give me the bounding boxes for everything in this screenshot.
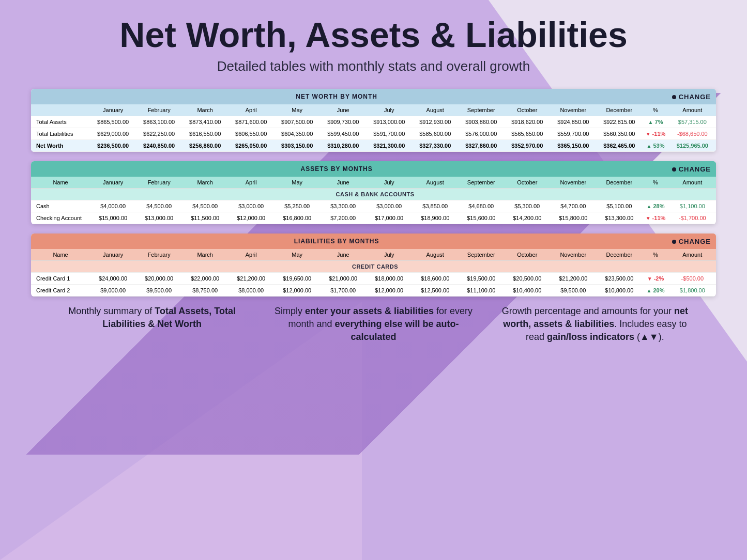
- assets-row-checking: Checking Account $15,000.00 $13,000.00 $…: [31, 212, 716, 224]
- assets-change-dot: [672, 167, 676, 172]
- assets-cash-feb: $4,500.00: [136, 200, 182, 212]
- liabilities-change-text: CHANGE: [679, 238, 711, 245]
- networth-col-feb: February: [136, 104, 182, 116]
- page-title: Net Worth, Assets & Liabilities: [31, 15, 716, 54]
- liabilities-cc2-jan: $9,000.00: [90, 284, 136, 296]
- liabilities-subheader-row: CREDIT CARDS: [31, 260, 716, 272]
- networth-networth-apr: $265,050.00: [228, 139, 274, 151]
- assets-col-jul: July: [366, 177, 412, 189]
- annotation-2-bold2: everything else will be auto-calculated: [334, 319, 459, 342]
- annotation-1-plain: Monthly summary of: [68, 306, 155, 316]
- networth-col-mar: March: [182, 104, 228, 116]
- networth-change-label: CHANGE: [672, 93, 711, 101]
- liabilities-cc1-jan: $24,000.00: [90, 272, 136, 284]
- assets-cash-oct: $5,300.00: [504, 200, 550, 212]
- liabilities-col-jun: June: [320, 249, 366, 261]
- liabilities-col-apr: April: [228, 249, 274, 261]
- networth-table: NET WORTH BY MONTH January February Marc…: [31, 89, 716, 152]
- networth-assets-feb: $863,100.00: [136, 116, 182, 128]
- networth-col-sep: September: [458, 104, 504, 116]
- networth-change-text: CHANGE: [679, 93, 711, 101]
- assets-checking-may: $16,800.00: [274, 212, 320, 224]
- liabilities-cc1-pct: ▼ -2%: [642, 272, 668, 284]
- assets-cash-sep: $4,680.00: [458, 200, 504, 212]
- networth-assets-oct: $918,620.00: [504, 116, 550, 128]
- assets-cash-nov: $4,700.00: [550, 200, 596, 212]
- annotation-3-bold2: gain/loss indicators: [547, 332, 634, 342]
- networth-networth-jun: $310,280.00: [320, 139, 366, 151]
- networth-networth-may: $303,150.00: [274, 139, 320, 151]
- liabilities-cc1-oct: $20,500.00: [504, 272, 550, 284]
- networth-col-nov: November: [550, 104, 596, 116]
- assets-change-label: CHANGE: [672, 165, 711, 173]
- tables-area: CHANGE NET WORTH BY MONTH January Februa…: [31, 89, 716, 297]
- liabilities-col-name: Name: [31, 249, 90, 261]
- page-content: Net Worth, Assets & Liabilities Detailed…: [0, 0, 747, 354]
- assets-col-jun: June: [320, 177, 366, 189]
- assets-checking-amt: -$1,700.00: [669, 212, 716, 224]
- assets-subheader-label: CASH & BANK ACCOUNTS: [31, 188, 716, 200]
- networth-networth-sep: $327,860.00: [458, 139, 504, 151]
- annotation-2-plain: Simply: [275, 306, 305, 316]
- assets-table-header: ASSETS BY MONTHS: [31, 161, 642, 177]
- page-subtitle: Detailed tables with monthly stats and o…: [31, 58, 716, 74]
- networth-assets-apr: $871,600.00: [228, 116, 274, 128]
- assets-cash-dec: $5,100.00: [596, 200, 642, 212]
- networth-assets-pct: ▲ 7%: [642, 116, 668, 128]
- assets-cash-pct: ▲ 28%: [642, 200, 668, 212]
- liabilities-cc1-may: $19,650.00: [274, 272, 320, 284]
- networth-liabilities-feb: $622,250.00: [136, 128, 182, 139]
- networth-assets-amt: $57,315.00: [669, 116, 716, 128]
- assets-cash-jul: $3,000.00: [366, 200, 412, 212]
- assets-col-mar: March: [182, 177, 228, 189]
- assets-col-apr: April: [228, 177, 274, 189]
- liabilities-cc2-may: $12,000.00: [274, 284, 320, 296]
- liabilities-cc1-amt: -$500.00: [669, 272, 716, 284]
- networth-networth-nov: $365,150.00: [550, 139, 596, 151]
- assets-subheader-row: CASH & BANK ACCOUNTS: [31, 188, 716, 200]
- networth-networth-label: Net Worth: [31, 139, 90, 151]
- networth-liabilities-pct: ▼ -11%: [642, 128, 668, 139]
- networth-networth-jan: $236,500.00: [90, 139, 136, 151]
- assets-checking-mar: $11,500.00: [182, 212, 228, 224]
- assets-cash-jun: $3,300.00: [320, 200, 366, 212]
- networth-assets-aug: $912,930.00: [412, 116, 458, 128]
- assets-cash-may: $5,250.00: [274, 200, 320, 212]
- assets-col-may: May: [274, 177, 320, 189]
- networth-table-card: CHANGE NET WORTH BY MONTH January Februa…: [31, 89, 716, 152]
- assets-cash-jan: $4,000.00: [90, 200, 136, 212]
- liabilities-cc2-jul: $12,000.00: [366, 284, 412, 296]
- assets-checking-apr: $12,000.00: [228, 212, 274, 224]
- liabilities-cc1-dec: $23,500.00: [596, 272, 642, 284]
- liabilities-col-aug: August: [412, 249, 458, 261]
- liabilities-col-dec: December: [596, 249, 642, 261]
- networth-liabilities-jun: $599,450.00: [320, 128, 366, 139]
- assets-col-dec: December: [596, 177, 642, 189]
- networth-networth-mar: $256,860.00: [182, 139, 228, 151]
- liabilities-row-cc2: Credit Card 2 $9,000.00 $9,500.00 $8,750…: [31, 284, 716, 296]
- liabilities-row-cc1: Credit Card 1 $24,000.00 $20,000.00 $22,…: [31, 272, 716, 284]
- assets-row-cash: Cash $4,000.00 $4,500.00 $4,500.00 $3,00…: [31, 200, 716, 212]
- networth-liabilities-sep: $576,000.00: [458, 128, 504, 139]
- annotation-2: Simply enter your assets & liabilities f…: [263, 305, 484, 344]
- assets-col-name: Name: [31, 177, 90, 189]
- networth-networth-feb: $240,850.00: [136, 139, 182, 151]
- networth-assets-nov: $924,850.00: [550, 116, 596, 128]
- liabilities-cc2-jun: $1,700.00: [320, 284, 366, 296]
- liabilities-col-oct: October: [504, 249, 550, 261]
- assets-checking-aug: $18,900.00: [412, 212, 458, 224]
- networth-liabilities-oct: $565,650.00: [504, 128, 550, 139]
- liabilities-table-header: LIABILITIES BY MONTHS: [31, 234, 642, 249]
- networth-networth-aug: $327,330.00: [412, 139, 458, 151]
- liabilities-cc2-apr: $8,000.00: [228, 284, 274, 296]
- assets-cash-amt: $1,100.00: [669, 200, 716, 212]
- networth-col-dec: December: [596, 104, 642, 116]
- assets-checking-feb: $13,000.00: [136, 212, 182, 224]
- networth-liabilities-amt: -$68,650.00: [669, 128, 716, 139]
- bottom-annotations: Monthly summary of Total Assets, Total L…: [31, 305, 716, 344]
- liabilities-change-dot: [672, 240, 676, 244]
- liabilities-cc1-sep: $19,500.00: [458, 272, 504, 284]
- networth-row-assets: Total Assets $865,500.00 $863,100.00 $87…: [31, 116, 716, 128]
- assets-col-jan: January: [90, 177, 136, 189]
- assets-cash-aug: $3,850.00: [412, 200, 458, 212]
